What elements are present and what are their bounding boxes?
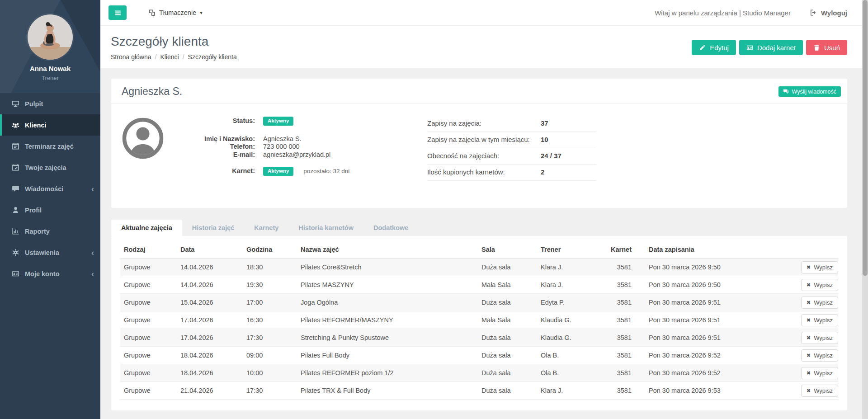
sidebar-item-twoje-zajecia[interactable]: Twoje zajęcia <box>0 157 100 178</box>
client-panel: Agnieszka S. Wyślij wiadomość <box>111 79 847 208</box>
sidebar-profile: Anna Nowak Trener <box>0 0 100 93</box>
table-cell: 09:00 <box>246 347 301 364</box>
unsubscribe-button[interactable]: ✖Wypisz <box>801 385 838 397</box>
user-circle-icon <box>120 116 165 161</box>
unsubscribe-label: Wypisz <box>814 264 833 271</box>
table-cell: Duża sala <box>481 347 541 364</box>
sidebar-item-profil[interactable]: Profil <box>0 199 100 221</box>
unsubscribe-label: Wypisz <box>814 317 833 324</box>
close-icon: ✖ <box>807 300 811 305</box>
unsubscribe-button[interactable]: ✖Wypisz <box>801 297 838 309</box>
breadcrumb-item-klienci[interactable]: Klienci <box>160 53 179 61</box>
stat-value: 24 / 37 <box>541 152 596 160</box>
stat-row: Obecność na zajęciach:24 / 37 <box>427 148 596 165</box>
gear-icon <box>12 249 19 256</box>
table-cell: Stretching & Punkty Spustowe <box>301 329 481 347</box>
table-cell-actions: ✖Wypisz <box>792 382 838 400</box>
send-message-label: Wyślij wiadomość <box>792 89 836 95</box>
stat-label: Zapisy na zajęcia w tym miesiącu: <box>427 136 541 143</box>
sidebar-item-ustawienia[interactable]: Ustawienia‹ <box>0 242 100 263</box>
close-icon: ✖ <box>807 318 811 323</box>
table-row: Grupowe14.04.202618:30Pilates Core&Stret… <box>120 259 838 276</box>
edit-button[interactable]: Edytuj <box>692 40 736 55</box>
table-cell: Duża sala <box>481 364 541 382</box>
column-header-nazwa-zajec: Nazwa zajęć <box>301 240 481 259</box>
table-row: Grupowe17.04.202617:30Stretching & Punkt… <box>120 329 838 347</box>
sidebar-item-label: Raporty <box>25 228 50 235</box>
calendar-check-icon <box>12 164 19 171</box>
sidebar-menu: PulpitKlienciTerminarz zajęćTwoje zajęci… <box>0 93 100 284</box>
sidebar-item-moje-konto[interactable]: Moje konto‹ <box>0 263 100 284</box>
delete-button-label: Usuń <box>824 44 840 52</box>
sidebar-item-label: Profil <box>25 207 42 214</box>
tab-historia-karnetow[interactable]: Historia karnetów <box>288 220 363 236</box>
table-cell: Pon 30 marca 2026 9:51 <box>632 311 792 329</box>
table-cell: 19:30 <box>246 276 301 294</box>
unsubscribe-button[interactable]: ✖Wypisz <box>801 279 838 291</box>
table-cell: 3581 <box>591 276 632 294</box>
table-cell: Ola B. <box>541 347 591 364</box>
table-cell: Edyta P. <box>541 294 591 311</box>
unsubscribe-button[interactable]: ✖Wypisz <box>801 261 838 273</box>
unsubscribe-button[interactable]: ✖Wypisz <box>801 332 838 344</box>
field-label: E-mail: <box>169 151 255 159</box>
sidebar-item-label: Wiadomości <box>25 185 63 193</box>
table-cell: Pilates TRX & Full Body <box>301 382 481 400</box>
tab-dodatkowe[interactable]: Dodatkowe <box>363 220 418 236</box>
tab-karnety[interactable]: Karnety <box>244 220 288 236</box>
table-cell: 18:30 <box>246 259 301 276</box>
tab-historia-zajec[interactable]: Historia zajęć <box>182 220 245 236</box>
users-icon <box>12 121 19 129</box>
table-cell: 14.04.2026 <box>180 259 246 276</box>
logout-button[interactable]: Wyloguj <box>810 9 847 17</box>
table-cell: Pilates Core&Stretch <box>301 259 481 276</box>
table-cell: Pon 30 marca 2026 9:52 <box>632 364 792 382</box>
table-row: Grupowe18.04.202610:00Pilates REFORMER p… <box>120 364 838 382</box>
unsubscribe-label: Wypisz <box>814 352 833 359</box>
breadcrumb-item-strona-glowna[interactable]: Strona główna <box>111 53 151 61</box>
unsubscribe-button[interactable]: ✖Wypisz <box>801 367 838 379</box>
table-cell: Grupowe <box>120 329 180 347</box>
sidebar-item-klienci[interactable]: Klienci <box>0 114 100 136</box>
vertical-scrollbar[interactable] <box>862 0 868 419</box>
table-cell: Grupowe <box>120 347 180 364</box>
unsubscribe-label: Wypisz <box>814 334 833 341</box>
pass-remaining-text: pozostało: 32 dni <box>303 167 349 175</box>
table-cell: 3581 <box>591 329 632 347</box>
table-cell-actions: ✖Wypisz <box>792 294 838 311</box>
column-header-data: Data <box>180 240 246 259</box>
close-icon: ✖ <box>807 388 811 393</box>
sidebar-item-wiadomosci[interactable]: Wiadomości‹ <box>0 178 100 199</box>
unsubscribe-label: Wypisz <box>814 282 833 288</box>
table-cell: Klaudia G. <box>541 311 591 329</box>
sidebar-item-raporty[interactable]: Raporty <box>0 221 100 242</box>
table-cell: Klara J. <box>541 259 591 276</box>
table-cell: Grupowe <box>120 364 180 382</box>
table-cell: 3581 <box>591 347 632 364</box>
unsubscribe-button[interactable]: ✖Wypisz <box>801 349 838 362</box>
column-header-karnet: Karnet <box>591 240 632 259</box>
table-cell: 14.04.2026 <box>180 276 246 294</box>
table-cell-actions: ✖Wypisz <box>792 276 838 294</box>
sidebar-toggle-button[interactable] <box>108 5 127 20</box>
translate-dropdown[interactable]: Tłumaczenie ▾ <box>148 9 203 16</box>
add-pass-button[interactable]: Dodaj karnet <box>739 40 803 55</box>
client-field-row: Imię i Nazwisko:Agnieszka S. <box>169 135 370 143</box>
client-field-row: E-mail:agnieszka@przyklad.pl <box>169 151 370 159</box>
column-header-rodzaj: Rodzaj <box>120 240 180 259</box>
tab-aktualne-zajecia[interactable]: Aktualne zajęcia <box>111 220 182 236</box>
id-card-icon <box>12 270 19 278</box>
table-cell: Grupowe <box>120 382 180 400</box>
sidebar-item-terminarz-zajec[interactable]: Terminarz zajęć <box>0 136 100 157</box>
unsubscribe-button[interactable]: ✖Wypisz <box>801 314 838 326</box>
delete-button[interactable]: Usuń <box>806 40 847 55</box>
scrollbar-thumb[interactable] <box>863 0 868 276</box>
stat-row: Zapisy na zajęcia w tym miesiącu:10 <box>427 132 596 148</box>
header-actions: Edytuj Dodaj karnet Usuń <box>692 40 847 55</box>
sign-out-icon <box>810 9 817 16</box>
table-cell: Pon 30 marca 2026 9:50 <box>632 276 792 294</box>
table-cell-actions: ✖Wypisz <box>792 311 838 329</box>
sidebar-item-pulpit[interactable]: Pulpit <box>0 93 100 114</box>
send-message-button[interactable]: Wyślij wiadomość <box>778 86 841 97</box>
table-cell: Pilates Full Body <box>301 347 481 364</box>
